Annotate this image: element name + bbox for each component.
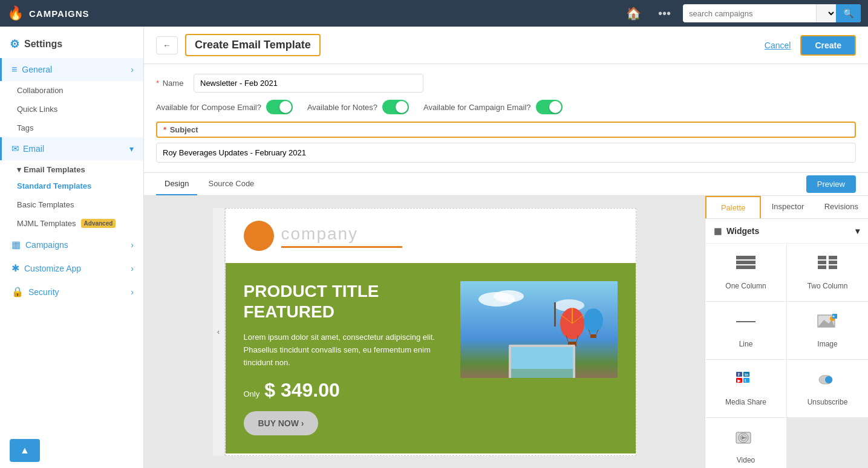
advanced-badge: Advanced bbox=[81, 219, 116, 228]
sidebar-item-general[interactable]: ≡ General › bbox=[0, 58, 143, 81]
email-logo: company bbox=[244, 221, 402, 251]
widgets-label: Widgets bbox=[726, 226, 759, 236]
subject-input[interactable] bbox=[156, 143, 856, 163]
sidebar-item-customize-app[interactable]: ✱ Customize App › bbox=[0, 256, 143, 280]
scroll-up-button[interactable]: ▲ bbox=[10, 439, 40, 462]
chevron-down-icon: ▾ bbox=[129, 144, 134, 154]
campaign-email-label: Available for Campaign Email? bbox=[423, 103, 531, 112]
sidebar-item-quick-links[interactable]: Quick Links bbox=[0, 100, 143, 119]
required-star: * bbox=[156, 79, 159, 88]
widget-video[interactable]: Video bbox=[705, 418, 786, 468]
sidebar-item-tags[interactable]: Tags bbox=[0, 119, 143, 137]
content-area: ← Create Email Template Cancel Create * … bbox=[144, 27, 868, 468]
email-body-left: PRODUCT TITLE FEATURED Lorem ipsum dolor… bbox=[244, 281, 448, 435]
unsubscribe-icon bbox=[817, 371, 838, 393]
widget-one-column[interactable]: One Column bbox=[705, 244, 786, 301]
campaign-email-toggle[interactable] bbox=[536, 100, 563, 114]
collapse-button[interactable]: ‹ bbox=[213, 208, 225, 456]
compose-email-label: Available for Compose Email? bbox=[156, 103, 261, 112]
search-input[interactable] bbox=[683, 7, 816, 21]
svg-rect-29 bbox=[818, 265, 826, 269]
media-share-icon: f in ▶ t bbox=[735, 371, 757, 393]
home-button[interactable]: 🏠 bbox=[621, 4, 646, 23]
widget-media-share[interactable]: f in ▶ t Media Share bbox=[705, 360, 786, 417]
chevron-right-icon-campaigns: › bbox=[131, 240, 134, 250]
sidebar-item-collaboration[interactable]: Collaboration bbox=[0, 81, 143, 100]
sidebar: ⚙ Settings ≡ General › Collaboration Qui… bbox=[0, 27, 144, 468]
email-body-right bbox=[460, 281, 618, 435]
content-topbar: ← Create Email Template Cancel Create bbox=[144, 27, 868, 64]
top-navigation: 🔥 CAMPAIGNS 🏠 ••• 🔍 bbox=[0, 0, 868, 27]
mjml-templates-label: MJML Templates bbox=[17, 219, 76, 228]
sidebar-item-basic-templates[interactable]: Basic Templates bbox=[0, 195, 143, 214]
sidebar-item-campaigns[interactable]: ▦ Campaigns › bbox=[0, 233, 143, 256]
widget-line[interactable]: Line bbox=[705, 302, 786, 359]
create-button[interactable]: Create bbox=[800, 35, 856, 56]
cancel-button[interactable]: Cancel bbox=[765, 41, 791, 50]
svg-rect-23 bbox=[736, 261, 755, 264]
standard-templates-label: Standard Templates bbox=[17, 181, 91, 190]
price-text: $ 349.00 bbox=[264, 379, 340, 401]
logo-circle bbox=[244, 221, 274, 251]
svg-rect-25 bbox=[818, 256, 826, 259]
notes-toggle[interactable] bbox=[382, 100, 409, 114]
campaign-email-toggle-item: Available for Campaign Email? bbox=[423, 100, 563, 114]
tab-source-code[interactable]: Source Code bbox=[200, 173, 263, 195]
editor-tabs: Design Source Code Preview bbox=[144, 173, 868, 196]
widgets-grid: One Column bbox=[705, 244, 868, 468]
tab-inspector[interactable]: Inspector bbox=[761, 196, 814, 218]
chevron-right-icon-customize: › bbox=[131, 264, 134, 273]
sidebar-item-security[interactable]: 🔒 Security › bbox=[0, 280, 143, 304]
right-palette: Palette Inspector Revisions ▦ Widgets ▾ bbox=[705, 196, 868, 468]
settings-label: Settings bbox=[24, 39, 62, 50]
svg-point-46 bbox=[825, 376, 832, 383]
buy-now-button[interactable]: BUY NOW › bbox=[244, 411, 319, 435]
two-column-icon bbox=[817, 255, 838, 277]
subject-label: Subject bbox=[170, 125, 198, 134]
search-button[interactable]: 🔍 bbox=[836, 4, 861, 22]
sidebar-item-mjml-templates[interactable]: MJML Templates Advanced bbox=[0, 214, 143, 233]
svg-rect-19 bbox=[511, 369, 573, 378]
image-label: Image bbox=[817, 340, 837, 348]
svg-rect-22 bbox=[736, 256, 755, 259]
subject-required-star: * bbox=[163, 125, 166, 134]
email-canvas: company PRODUCT TITLE FEATURED Lo bbox=[225, 208, 636, 456]
back-button[interactable]: ← bbox=[156, 36, 178, 54]
svg-point-11 bbox=[584, 308, 603, 333]
product-description: Lorem ipsum dolor sit amet, consectetur … bbox=[244, 331, 448, 369]
subject-label-box: * Subject bbox=[156, 122, 856, 138]
email-body: PRODUCT TITLE FEATURED Lorem ipsum dolor… bbox=[226, 263, 636, 453]
tab-design[interactable]: Design bbox=[156, 173, 197, 195]
more-options-button[interactable]: ••• bbox=[653, 4, 676, 23]
tab-revisions[interactable]: Revisions bbox=[815, 196, 868, 218]
tab-palette[interactable]: Palette bbox=[705, 196, 761, 218]
svg-text:in: in bbox=[745, 372, 748, 377]
campaigns-label: Campaigns bbox=[25, 240, 68, 250]
editor-area: ‹ company bbox=[144, 196, 868, 468]
product-image-svg bbox=[460, 281, 618, 378]
toggle-row: Available for Compose Email? Available f… bbox=[156, 100, 856, 114]
collaboration-label: Collaboration bbox=[17, 86, 64, 95]
widget-two-column[interactable]: Two Column bbox=[787, 244, 868, 301]
sidebar-item-email[interactable]: ✉ Email ▾ bbox=[0, 137, 143, 160]
email-icon: ✉ bbox=[11, 143, 19, 154]
chevron-down-widgets[interactable]: ▾ bbox=[855, 226, 860, 236]
chevron-right-icon-security: › bbox=[131, 287, 134, 297]
compose-email-toggle-item: Available for Compose Email? bbox=[156, 100, 293, 114]
widget-image[interactable]: + Image bbox=[787, 302, 868, 359]
svg-rect-28 bbox=[829, 261, 837, 264]
search-dropdown[interactable] bbox=[816, 4, 836, 22]
line-label: Line bbox=[739, 340, 753, 348]
compose-email-toggle[interactable] bbox=[266, 100, 293, 114]
page-title: Create Email Template bbox=[185, 34, 321, 56]
media-share-label: Media Share bbox=[725, 398, 766, 406]
product-title: PRODUCT TITLE FEATURED bbox=[244, 281, 448, 322]
settings-header: ⚙ Settings bbox=[0, 27, 143, 58]
sidebar-item-standard-templates[interactable]: Standard Templates bbox=[0, 177, 143, 195]
email-label: Email bbox=[23, 144, 126, 154]
widget-unsubscribe[interactable]: Unsubscribe bbox=[787, 360, 868, 417]
svg-rect-26 bbox=[829, 256, 837, 259]
preview-button[interactable]: Preview bbox=[806, 175, 856, 193]
one-column-icon bbox=[735, 255, 757, 277]
name-input[interactable] bbox=[194, 74, 423, 93]
